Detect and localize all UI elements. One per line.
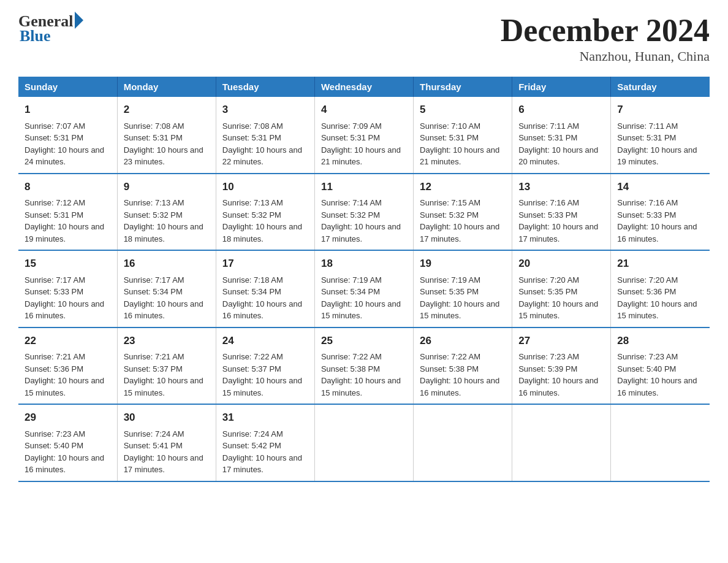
calendar-cell: 10Sunrise: 7:13 AMSunset: 5:32 PMDayligh… [216, 174, 314, 251]
day-info: Sunrise: 7:24 AMSunset: 5:41 PMDaylight:… [124, 429, 203, 475]
day-number: 24 [222, 333, 308, 349]
calendar-cell: 1Sunrise: 7:07 AMSunset: 5:31 PMDaylight… [18, 97, 117, 174]
day-info: Sunrise: 7:23 AMSunset: 5:40 PMDaylight:… [25, 429, 104, 475]
day-info: Sunrise: 7:21 AMSunset: 5:37 PMDaylight:… [124, 352, 203, 397]
calendar-title: December 2024 [501, 12, 710, 48]
calendar-cell: 28Sunrise: 7:23 AMSunset: 5:40 PMDayligh… [611, 327, 710, 405]
calendar-cell [414, 404, 512, 481]
calendar-cell: 3Sunrise: 7:08 AMSunset: 5:31 PMDaylight… [216, 97, 314, 174]
calendar-cell: 24Sunrise: 7:22 AMSunset: 5:37 PMDayligh… [216, 327, 314, 405]
day-info: Sunrise: 7:20 AMSunset: 5:35 PMDaylight:… [518, 275, 598, 321]
day-number: 3 [222, 102, 308, 118]
calendar-cell: 9Sunrise: 7:13 AMSunset: 5:32 PMDaylight… [117, 174, 216, 251]
day-number: 4 [321, 102, 407, 118]
day-info: Sunrise: 7:11 AMSunset: 5:31 PMDaylight:… [518, 121, 598, 167]
day-number: 19 [420, 256, 506, 272]
calendar-cell: 16Sunrise: 7:17 AMSunset: 5:34 PMDayligh… [117, 250, 216, 327]
calendar-cell: 11Sunrise: 7:14 AMSunset: 5:32 PMDayligh… [314, 174, 413, 251]
day-number: 13 [518, 179, 604, 195]
day-info: Sunrise: 7:24 AMSunset: 5:42 PMDaylight:… [222, 429, 302, 475]
calendar-cell: 22Sunrise: 7:21 AMSunset: 5:36 PMDayligh… [18, 327, 117, 405]
calendar-cell [512, 404, 611, 481]
header-saturday: Saturday [611, 77, 710, 97]
day-number: 14 [617, 179, 703, 195]
calendar-cell: 4Sunrise: 7:09 AMSunset: 5:31 PMDaylight… [314, 97, 413, 174]
header-friday: Friday [512, 77, 611, 97]
calendar-cell: 21Sunrise: 7:20 AMSunset: 5:36 PMDayligh… [611, 250, 710, 327]
calendar-cell: 30Sunrise: 7:24 AMSunset: 5:41 PMDayligh… [117, 404, 216, 481]
logo-arrow-icon [75, 12, 83, 29]
day-info: Sunrise: 7:13 AMSunset: 5:32 PMDaylight:… [222, 198, 302, 243]
day-number: 1 [25, 102, 111, 118]
calendar-table: SundayMondayTuesdayWednesdayThursdayFrid… [18, 77, 710, 482]
day-number: 15 [25, 256, 111, 272]
day-number: 17 [222, 256, 308, 272]
day-info: Sunrise: 7:17 AMSunset: 5:34 PMDaylight:… [124, 275, 203, 321]
calendar-cell: 15Sunrise: 7:17 AMSunset: 5:33 PMDayligh… [18, 250, 117, 327]
calendar-cell: 12Sunrise: 7:15 AMSunset: 5:32 PMDayligh… [414, 174, 512, 251]
day-info: Sunrise: 7:14 AMSunset: 5:32 PMDaylight:… [321, 198, 401, 243]
day-info: Sunrise: 7:23 AMSunset: 5:39 PMDaylight:… [518, 352, 598, 397]
day-info: Sunrise: 7:13 AMSunset: 5:32 PMDaylight:… [124, 198, 203, 243]
day-info: Sunrise: 7:22 AMSunset: 5:38 PMDaylight:… [321, 352, 401, 397]
calendar-cell: 29Sunrise: 7:23 AMSunset: 5:40 PMDayligh… [18, 404, 117, 481]
day-number: 31 [222, 410, 308, 426]
calendar-cell: 20Sunrise: 7:20 AMSunset: 5:35 PMDayligh… [512, 250, 611, 327]
calendar-cell [314, 404, 413, 481]
week-row-1: 1Sunrise: 7:07 AMSunset: 5:31 PMDaylight… [18, 97, 710, 174]
day-info: Sunrise: 7:20 AMSunset: 5:36 PMDaylight:… [617, 275, 697, 321]
calendar-cell: 2Sunrise: 7:08 AMSunset: 5:31 PMDaylight… [117, 97, 216, 174]
day-info: Sunrise: 7:07 AMSunset: 5:31 PMDaylight:… [25, 121, 104, 167]
header-thursday: Thursday [414, 77, 512, 97]
calendar-cell: 6Sunrise: 7:11 AMSunset: 5:31 PMDaylight… [512, 97, 611, 174]
calendar-cell: 7Sunrise: 7:11 AMSunset: 5:31 PMDaylight… [611, 97, 710, 174]
calendar-subtitle: Nanzhou, Hunan, China [501, 48, 710, 64]
day-info: Sunrise: 7:17 AMSunset: 5:33 PMDaylight:… [25, 275, 104, 321]
day-info: Sunrise: 7:09 AMSunset: 5:31 PMDaylight:… [321, 121, 401, 167]
calendar-cell: 8Sunrise: 7:12 AMSunset: 5:31 PMDaylight… [18, 174, 117, 251]
day-info: Sunrise: 7:19 AMSunset: 5:35 PMDaylight:… [420, 275, 499, 321]
day-info: Sunrise: 7:16 AMSunset: 5:33 PMDaylight:… [617, 198, 697, 243]
day-number: 7 [617, 102, 703, 118]
header-tuesday: Tuesday [216, 77, 314, 97]
day-number: 26 [420, 333, 506, 349]
day-number: 5 [420, 102, 506, 118]
day-number: 11 [321, 179, 407, 195]
calendar-cell: 23Sunrise: 7:21 AMSunset: 5:37 PMDayligh… [117, 327, 216, 405]
day-info: Sunrise: 7:15 AMSunset: 5:32 PMDaylight:… [420, 198, 499, 243]
day-info: Sunrise: 7:23 AMSunset: 5:40 PMDaylight:… [617, 352, 697, 397]
header-row: SundayMondayTuesdayWednesdayThursdayFrid… [18, 77, 710, 97]
calendar-cell: 25Sunrise: 7:22 AMSunset: 5:38 PMDayligh… [314, 327, 413, 405]
day-number: 23 [124, 333, 210, 349]
day-number: 30 [124, 410, 210, 426]
week-row-3: 15Sunrise: 7:17 AMSunset: 5:33 PMDayligh… [18, 250, 710, 327]
calendar-cell: 13Sunrise: 7:16 AMSunset: 5:33 PMDayligh… [512, 174, 611, 251]
calendar-cell: 17Sunrise: 7:18 AMSunset: 5:34 PMDayligh… [216, 250, 314, 327]
day-info: Sunrise: 7:19 AMSunset: 5:34 PMDaylight:… [321, 275, 401, 321]
day-number: 25 [321, 333, 407, 349]
day-number: 22 [25, 333, 111, 349]
day-number: 28 [617, 333, 703, 349]
day-info: Sunrise: 7:16 AMSunset: 5:33 PMDaylight:… [518, 198, 598, 243]
calendar-cell: 5Sunrise: 7:10 AMSunset: 5:31 PMDaylight… [414, 97, 512, 174]
day-number: 6 [518, 102, 604, 118]
day-number: 8 [25, 179, 111, 195]
day-number: 21 [617, 256, 703, 272]
day-number: 12 [420, 179, 506, 195]
day-info: Sunrise: 7:22 AMSunset: 5:38 PMDaylight:… [420, 352, 499, 397]
day-info: Sunrise: 7:08 AMSunset: 5:31 PMDaylight:… [222, 121, 302, 167]
header-wednesday: Wednesday [314, 77, 413, 97]
calendar-cell [611, 404, 710, 481]
day-info: Sunrise: 7:11 AMSunset: 5:31 PMDaylight:… [617, 121, 697, 167]
day-info: Sunrise: 7:08 AMSunset: 5:31 PMDaylight:… [124, 121, 203, 167]
header-monday: Monday [117, 77, 216, 97]
day-number: 9 [124, 179, 210, 195]
week-row-4: 22Sunrise: 7:21 AMSunset: 5:36 PMDayligh… [18, 327, 710, 405]
day-info: Sunrise: 7:10 AMSunset: 5:31 PMDaylight:… [420, 121, 499, 167]
logo: General Blue [18, 12, 83, 45]
day-number: 10 [222, 179, 308, 195]
calendar-cell: 31Sunrise: 7:24 AMSunset: 5:42 PMDayligh… [216, 404, 314, 481]
week-row-2: 8Sunrise: 7:12 AMSunset: 5:31 PMDaylight… [18, 174, 710, 251]
day-info: Sunrise: 7:22 AMSunset: 5:37 PMDaylight:… [222, 352, 302, 397]
day-info: Sunrise: 7:21 AMSunset: 5:36 PMDaylight:… [25, 352, 104, 397]
